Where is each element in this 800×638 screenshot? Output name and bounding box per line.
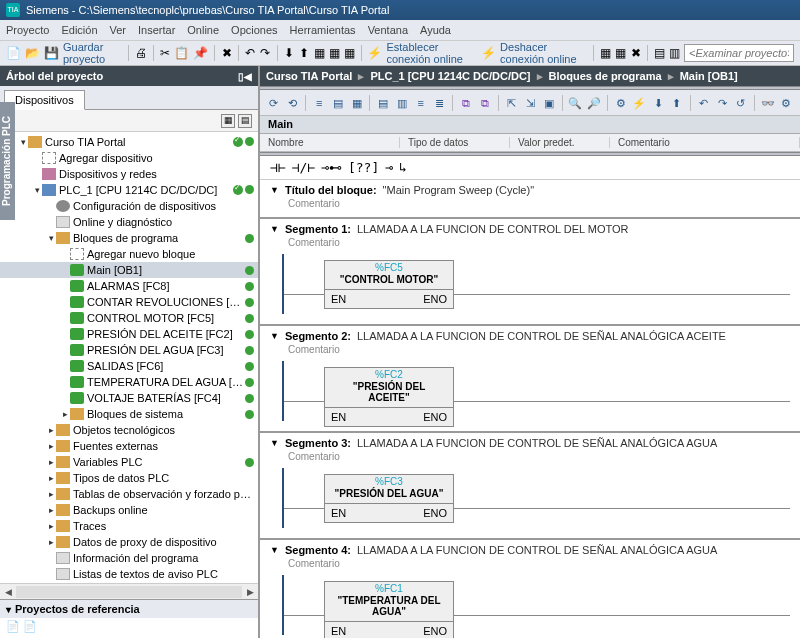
- lad-box-icon[interactable]: [??]: [348, 160, 379, 175]
- segment-comment[interactable]: Comentario: [260, 235, 800, 254]
- fc-call-box[interactable]: %FC5"CONTROL MOTOR"ENENO: [324, 260, 454, 309]
- side-tab-programming[interactable]: Programación PLC: [0, 102, 15, 220]
- menu-insertar[interactable]: Insertar: [138, 24, 175, 36]
- ed-icon[interactable]: 🔍: [568, 95, 584, 111]
- redo-icon[interactable]: ↷: [260, 45, 271, 61]
- lad-branch2-icon[interactable]: ↳: [399, 160, 407, 175]
- ed-icon[interactable]: ≡: [413, 95, 429, 111]
- tree-item[interactable]: ▸Backups online: [0, 502, 258, 518]
- tree-item[interactable]: Agregar nuevo bloque: [0, 246, 258, 262]
- save-project-icon[interactable]: 💾: [44, 45, 59, 61]
- project-tree[interactable]: ▾Curso TIA PortalAgregar dispositivoDisp…: [0, 132, 258, 583]
- segment-comment[interactable]: Comentario: [260, 342, 800, 361]
- ed-icon[interactable]: ↺: [733, 95, 749, 111]
- tree-item[interactable]: ▾PLC_1 [CPU 1214C DC/DC/DC]: [0, 182, 258, 198]
- expand-icon[interactable]: ▸: [46, 537, 56, 547]
- expand-icon[interactable]: ▾: [32, 185, 42, 195]
- go-online-icon[interactable]: ⚡: [367, 45, 382, 61]
- ed-icon[interactable]: ▣: [541, 95, 557, 111]
- ed-icon[interactable]: ⚙: [613, 95, 629, 111]
- breadcrumb-item[interactable]: Bloques de programa: [549, 70, 662, 82]
- network[interactable]: %FC2"PRESIÓN DEL ACEITE"ENENO: [260, 361, 800, 421]
- tree-item[interactable]: CONTAR REVOLUCIONES [FC7]: [0, 294, 258, 310]
- menu-online[interactable]: Online: [187, 24, 219, 36]
- tree-item[interactable]: TEMPERATURA DEL AGUA [FC1]: [0, 374, 258, 390]
- collapse-tree-icon[interactable]: ▯◀: [238, 71, 252, 82]
- lad-contact-nc-icon[interactable]: ⊣/⊢: [292, 160, 315, 175]
- tree-item[interactable]: ALARMAS [FC8]: [0, 278, 258, 294]
- cut-icon[interactable]: ✂: [159, 45, 170, 61]
- upload-icon[interactable]: ⬆: [299, 45, 310, 61]
- breadcrumb-item[interactable]: Curso TIA Portal: [266, 70, 352, 82]
- ed-icon[interactable]: ⟳: [266, 95, 282, 111]
- tree-item[interactable]: ▸Módulos locales: [0, 582, 258, 583]
- segment[interactable]: ▼Segmento 1:LLAMADA A LA FUNCION DE CONT…: [260, 217, 800, 324]
- chevron-down-icon[interactable]: ▼: [270, 185, 279, 195]
- tree-item[interactable]: ▸Fuentes externas: [0, 438, 258, 454]
- tree-item[interactable]: Información del programa: [0, 550, 258, 566]
- tree-item[interactable]: ▸Tipos de datos PLC: [0, 470, 258, 486]
- segment-title[interactable]: LLAMADA A LA FUNCION DE CONTROL DE SEÑAL…: [357, 437, 717, 449]
- block-comment[interactable]: Comentario: [270, 196, 790, 213]
- compile3-icon[interactable]: ▦: [344, 45, 355, 61]
- tree-item[interactable]: Online y diagnóstico: [0, 214, 258, 230]
- ed-icon[interactable]: 👓: [760, 95, 776, 111]
- split-icon[interactable]: ▤: [654, 45, 665, 61]
- ed-icon[interactable]: ⬆: [669, 95, 685, 111]
- chevron-down-icon[interactable]: ▼: [270, 438, 279, 448]
- network[interactable]: %FC5"CONTROL MOTOR"ENENO: [260, 254, 800, 314]
- segment[interactable]: ▼Segmento 2:LLAMADA A LA FUNCION DE CONT…: [260, 324, 800, 431]
- network[interactable]: %FC3"PRESIÓN DEL AGUA"ENENO: [260, 468, 800, 528]
- go-offline-icon[interactable]: ⚡: [481, 45, 496, 61]
- save-project-label[interactable]: Guardar proyecto: [63, 41, 122, 65]
- tree-item[interactable]: Dispositivos y redes: [0, 166, 258, 182]
- delete-icon[interactable]: ✖: [221, 45, 232, 61]
- compile2-icon[interactable]: ▦: [329, 45, 340, 61]
- ed-icon[interactable]: ▤: [375, 95, 391, 111]
- expand-icon[interactable]: ▸: [46, 473, 56, 483]
- tree-view2-icon[interactable]: ▤: [238, 114, 252, 128]
- close-icon[interactable]: ✖: [630, 45, 641, 61]
- tree-item[interactable]: ▸Tablas de observación y forzado perman.…: [0, 486, 258, 502]
- ed-icon[interactable]: ▤: [330, 95, 346, 111]
- expand-icon[interactable]: ▸: [46, 505, 56, 515]
- paste-icon[interactable]: 📌: [193, 45, 208, 61]
- menu-ayuda[interactable]: Ayuda: [420, 24, 451, 36]
- ed-icon[interactable]: ↶: [696, 95, 712, 111]
- ed-icon[interactable]: ▥: [394, 95, 410, 111]
- segment-title[interactable]: LLAMADA A LA FUNCION DE CONTROL DEL MOTO…: [357, 223, 629, 235]
- expand-icon[interactable]: ▸: [46, 489, 56, 499]
- ed-icon[interactable]: ≣: [431, 95, 447, 111]
- compile-icon[interactable]: ▦: [314, 45, 325, 61]
- expand-icon[interactable]: ▸: [60, 409, 70, 419]
- tree-item[interactable]: ▸Variables PLC: [0, 454, 258, 470]
- download-icon[interactable]: ⬇: [284, 45, 295, 61]
- fc-call-box[interactable]: %FC1"TEMPERATURA DEL AGUA"ENENO: [324, 581, 454, 638]
- lad-branch-icon[interactable]: ⊸: [385, 160, 393, 175]
- ed-icon[interactable]: ⧉: [477, 95, 493, 111]
- go-online-label[interactable]: Establecer conexión online: [386, 41, 477, 65]
- ref-add2-icon[interactable]: 📄: [23, 620, 37, 632]
- copy-icon[interactable]: 📋: [174, 45, 189, 61]
- tree-item[interactable]: ▾Bloques de programa: [0, 230, 258, 246]
- tree-view1-icon[interactable]: ▦: [221, 114, 235, 128]
- chevron-down-icon[interactable]: ▼: [270, 224, 279, 234]
- split2-icon[interactable]: ▥: [669, 45, 680, 61]
- ed-icon[interactable]: ↷: [714, 95, 730, 111]
- fc-call-box[interactable]: %FC2"PRESIÓN DEL ACEITE"ENENO: [324, 367, 454, 427]
- hw2-icon[interactable]: ▦: [615, 45, 626, 61]
- tree-item[interactable]: PRESIÓN DEL ACEITE [FC2]: [0, 326, 258, 342]
- tree-item[interactable]: ▸Bloques de sistema: [0, 406, 258, 422]
- segment-title[interactable]: LLAMADA A LA FUNCION DE CONTROL DE SEÑAL…: [357, 544, 717, 556]
- tree-item[interactable]: Listas de textos de aviso PLC: [0, 566, 258, 582]
- ed-icon[interactable]: ▦: [349, 95, 365, 111]
- tree-hscroll[interactable]: ◀▶: [0, 583, 258, 599]
- undo-icon[interactable]: ↶: [245, 45, 256, 61]
- ed-icon[interactable]: ⇲: [522, 95, 538, 111]
- tree-item[interactable]: ▸Objetos tecnológicos: [0, 422, 258, 438]
- breadcrumb-item[interactable]: PLC_1 [CPU 1214C DC/DC/DC]: [370, 70, 530, 82]
- ed-icon[interactable]: ⚡: [632, 95, 648, 111]
- ed-icon[interactable]: ⬇: [650, 95, 666, 111]
- chevron-down-icon[interactable]: ▼: [270, 545, 279, 555]
- menu-herramientas[interactable]: Herramientas: [290, 24, 356, 36]
